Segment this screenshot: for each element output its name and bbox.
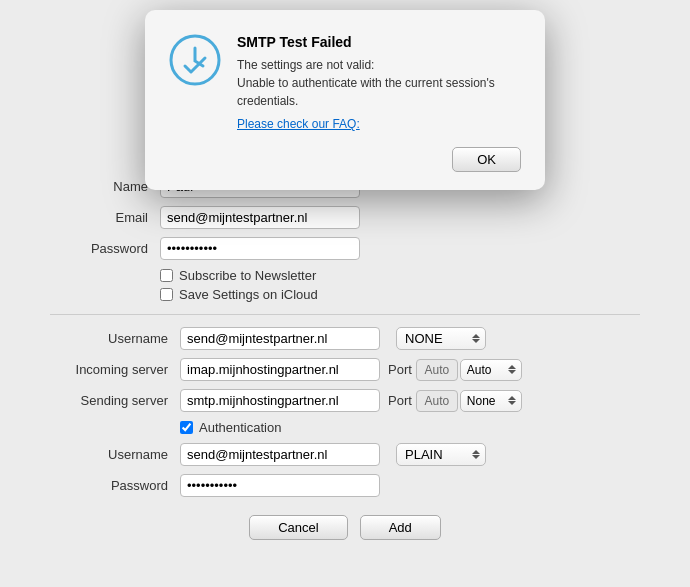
modal-buttons: OK (169, 147, 521, 172)
smtp-error-modal: SMTP Test Failed The settings are not va… (145, 10, 545, 190)
modal-title: SMTP Test Failed (237, 34, 521, 50)
modal-overlay: SMTP Test Failed The settings are not va… (0, 0, 690, 587)
faq-link[interactable]: Please check our FAQ: (237, 117, 360, 131)
ok-button[interactable]: OK (452, 147, 521, 172)
modal-text-area: SMTP Test Failed The settings are not va… (237, 34, 521, 131)
smtp-fail-icon (169, 34, 221, 86)
modal-body: The settings are not valid: Unable to au… (237, 56, 521, 110)
